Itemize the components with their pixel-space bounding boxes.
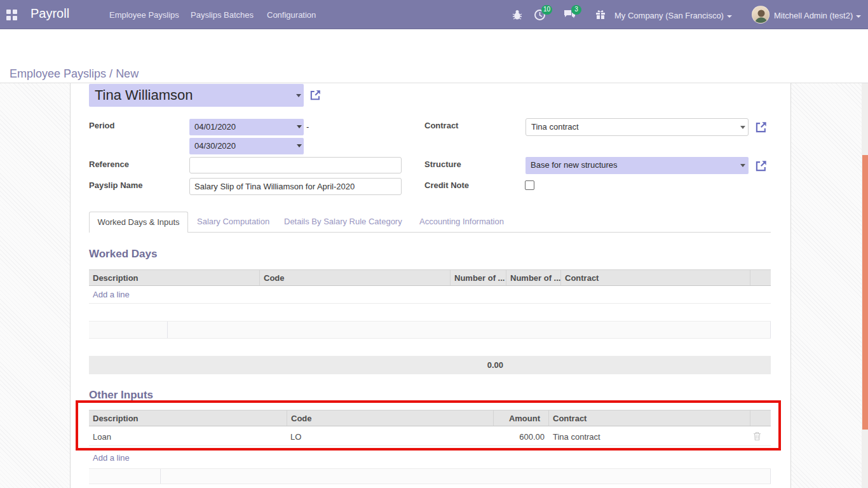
- period-to-field[interactable]: 04/30/2020: [189, 138, 304, 154]
- chevron-down-icon[interactable]: [297, 144, 302, 147]
- gift-icon[interactable]: [595, 9, 607, 20]
- col-number-of-1[interactable]: Number of ...: [450, 270, 506, 285]
- breadcrumb-separator: /: [109, 67, 112, 80]
- row-description[interactable]: Loan: [93, 432, 111, 442]
- reference-input[interactable]: [189, 157, 402, 173]
- app-title[interactable]: Payroll: [31, 6, 69, 21]
- col-actions: [750, 410, 771, 426]
- reference-label: Reference: [89, 159, 129, 169]
- credit-note-checkbox[interactable]: [525, 180, 534, 190]
- col-number-of-2[interactable]: Number of ...: [506, 270, 560, 285]
- tab-worked-days-inputs[interactable]: Worked Days & Inputs: [89, 212, 188, 233]
- chevron-down-icon[interactable]: [740, 164, 745, 167]
- tab-salary-computation[interactable]: Salary Computation: [197, 217, 269, 226]
- other-inputs-empty-row: [89, 468, 771, 484]
- messages-chat-icon[interactable]: 3: [563, 9, 576, 20]
- other-inputs-row-loan[interactable]: Loan LO 600.00 Tina contract: [89, 426, 771, 446]
- col-amount[interactable]: Amount: [493, 410, 548, 426]
- breadcrumb-parent-link[interactable]: Employee Payslips: [10, 67, 106, 80]
- col-contract[interactable]: Contract: [548, 410, 750, 426]
- chevron-down-icon[interactable]: [740, 126, 745, 129]
- employee-external-link-icon[interactable]: [310, 90, 321, 100]
- breadcrumb: Employee Payslips / New: [10, 67, 139, 81]
- col-description[interactable]: Description: [89, 270, 259, 285]
- top-navbar: Payroll Employee Payslips Payslips Batch…: [0, 0, 868, 29]
- payslip-name-input[interactable]: [189, 178, 402, 195]
- user-avatar[interactable]: [752, 6, 770, 24]
- chevron-down-icon[interactable]: [296, 94, 301, 97]
- contract-field[interactable]: Tina contract: [526, 118, 749, 136]
- period-from-field[interactable]: 04/01/2020: [189, 119, 304, 135]
- col-contract[interactable]: Contract: [560, 270, 750, 285]
- row-amount[interactable]: 600.00: [493, 432, 545, 442]
- tab-accounting-information[interactable]: Accounting Information: [419, 217, 504, 226]
- col-actions: [750, 270, 771, 285]
- chevron-down-icon[interactable]: [297, 125, 302, 128]
- other-inputs-title: Other Inputs: [89, 389, 153, 402]
- menu-payslips-batches[interactable]: Payslips Batches: [191, 10, 254, 20]
- contract-external-link-icon[interactable]: [756, 121, 766, 132]
- col-code[interactable]: Code: [287, 410, 493, 426]
- period-label: Period: [89, 121, 114, 130]
- row-contract[interactable]: Tina contract: [553, 432, 600, 442]
- employee-field[interactable]: Tina Williamson: [89, 84, 304, 107]
- structure-field[interactable]: Base for new structures: [526, 157, 749, 174]
- structure-label: Structure: [424, 159, 461, 169]
- period-separator: -: [306, 122, 309, 132]
- apps-menu-icon[interactable]: [6, 10, 17, 20]
- activities-count-badge: 10: [541, 5, 552, 15]
- worked-days-add-line-row: Add a line: [89, 286, 771, 304]
- messages-count-badge: 3: [571, 5, 581, 15]
- worked-days-total-value: 0.00: [450, 360, 503, 370]
- other-inputs-add-line-link[interactable]: Add a line: [93, 453, 130, 463]
- contract-label: Contract: [424, 121, 458, 130]
- worked-days-add-line-link[interactable]: Add a line: [93, 290, 130, 299]
- control-panel: Employee Payslips / New Save Discard: [0, 29, 868, 83]
- row-code[interactable]: LO: [290, 432, 301, 442]
- company-name: My Company (San Francisco): [614, 11, 724, 20]
- breadcrumb-current: New: [116, 67, 139, 80]
- other-inputs-table-header: Description Code Amount Contract: [89, 410, 771, 426]
- debug-bug-icon[interactable]: [512, 9, 524, 20]
- worked-days-empty-row: [89, 339, 771, 356]
- worked-days-total-row: 0.00: [89, 356, 771, 374]
- menu-employee-payslips[interactable]: Employee Payslips: [109, 10, 179, 20]
- user-menu[interactable]: Mitchell Admin (test2): [774, 11, 861, 20]
- scrollbar-thumb[interactable]: [862, 155, 868, 430]
- tab-details-by-salary-rule-category[interactable]: Details By Salary Rule Category: [284, 217, 402, 226]
- activities-clock-icon[interactable]: 10: [534, 9, 546, 20]
- worked-days-empty-row: [89, 321, 771, 339]
- col-description[interactable]: Description: [89, 410, 287, 426]
- company-switcher[interactable]: My Company (San Francisco): [614, 11, 732, 20]
- delete-row-trash-icon[interactable]: [753, 431, 761, 441]
- menu-configuration[interactable]: Configuration: [267, 10, 316, 20]
- tabbar-underline: [89, 232, 771, 233]
- worked-days-table-header: Description Code Number of ... Number of…: [89, 269, 771, 286]
- other-inputs-add-line-row: Add a line: [89, 451, 771, 466]
- user-name: Mitchell Admin (test2): [774, 11, 853, 20]
- structure-external-link-icon[interactable]: [756, 160, 766, 171]
- chevron-down-icon: [856, 15, 861, 18]
- worked-days-empty-row: [89, 304, 771, 321]
- chevron-down-icon: [727, 15, 732, 18]
- col-code[interactable]: Code: [259, 270, 450, 285]
- worked-days-title: Worked Days: [89, 248, 157, 261]
- credit-note-label: Credit Note: [424, 180, 469, 190]
- payslip-name-label: Payslip Name: [89, 180, 143, 190]
